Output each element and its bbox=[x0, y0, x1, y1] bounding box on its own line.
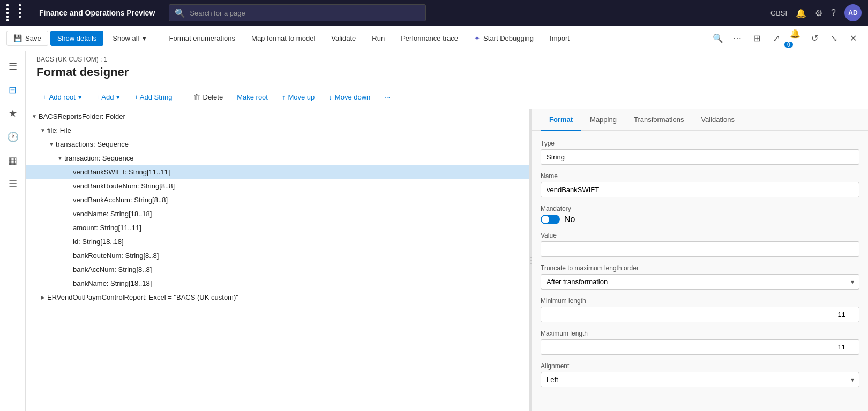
tree-item-label: BACSReportsFolder: Folder bbox=[39, 112, 525, 120]
start-debugging-button[interactable]: ✦ Start Debugging bbox=[467, 31, 541, 46]
map-format-to-model-button[interactable]: Map format to model bbox=[244, 31, 322, 46]
grid-icon[interactable] bbox=[6, 4, 29, 21]
app-title: Finance and Operations Preview bbox=[39, 9, 155, 17]
format-enumerations-button[interactable]: Format enumerations bbox=[162, 31, 243, 46]
content-split: ▼ BACSReportsFolder: Folder ▼ file: File… bbox=[26, 109, 868, 411]
tree-item-label: vendBankSWIFT: String[11..11] bbox=[73, 168, 525, 176]
sidebar-item-clock[interactable]: 🕐 bbox=[2, 126, 24, 148]
toggle-icon bbox=[64, 168, 73, 176]
tree-item-amount[interactable]: amount: String[11..11] bbox=[26, 220, 529, 234]
toggle-icon[interactable]: ▼ bbox=[30, 112, 39, 120]
user-avatar[interactable]: AD bbox=[844, 4, 862, 21]
tree-item-bankRouteNum[interactable]: bankRouteNum: String[8..8] bbox=[26, 248, 529, 262]
toolbar-right-icons: 🔍 ⋯ ⊞ ⤢ 🔔 0 ↺ ⤡ ✕ bbox=[709, 25, 862, 52]
toggle-icon[interactable]: ▶ bbox=[39, 293, 47, 301]
tab-validations[interactable]: Validations bbox=[692, 109, 743, 131]
truncate-select[interactable]: After transformation Before transformati… bbox=[541, 274, 859, 290]
sidebar-item-star[interactable]: ★ bbox=[2, 103, 24, 124]
toggle-icon bbox=[64, 209, 73, 218]
tree-item-bankAccNum[interactable]: bankAccNum: String[8..8] bbox=[26, 262, 529, 276]
min-length-input[interactable] bbox=[541, 307, 859, 322]
extension-icon[interactable]: ⤢ bbox=[767, 30, 784, 47]
tree-item-id[interactable]: id: String[18..18] bbox=[26, 234, 529, 248]
grid-view-icon[interactable]: ⊞ bbox=[748, 30, 765, 47]
tabs-bar: Format Mapping Transformations Validatio… bbox=[532, 109, 868, 131]
tree-item-vendName[interactable]: vendName: String[18..18] bbox=[26, 207, 529, 220]
add-button[interactable]: + Add ▾ bbox=[90, 90, 126, 104]
maximize-icon[interactable]: ⤡ bbox=[825, 30, 842, 47]
alignment-select[interactable]: Left Right Center bbox=[541, 372, 859, 387]
sidebar-item-list[interactable]: ☰ bbox=[2, 173, 24, 195]
action-bar: + Add root ▾ + Add ▾ + Add String 🗑 Dele… bbox=[26, 86, 868, 109]
alignment-label: Alignment bbox=[541, 362, 859, 370]
notification-badge: 0 bbox=[784, 42, 793, 48]
type-label: Type bbox=[541, 140, 859, 147]
truncate-select-wrapper: After transformation Before transformati… bbox=[541, 274, 859, 290]
more-button[interactable]: ··· bbox=[378, 90, 396, 104]
toggle-icon[interactable]: ▼ bbox=[39, 126, 47, 134]
toggle-icon[interactable]: ▼ bbox=[47, 140, 56, 148]
name-property: Name bbox=[541, 172, 859, 197]
sidebar-item-chart[interactable]: ▦ bbox=[2, 150, 24, 171]
truncate-label: Truncate to maximum length order bbox=[541, 264, 859, 272]
show-all-button[interactable]: Show all ▾ bbox=[106, 31, 153, 46]
tree-item-transactions[interactable]: ▼ transactions: Sequence bbox=[26, 137, 529, 151]
main-content: ☰ ⊟ ★ 🕐 ▦ ☰ BACS (UK CUSTOM) : 1 Format … bbox=[0, 51, 868, 411]
search-input[interactable] bbox=[190, 9, 420, 17]
value-property: Value bbox=[541, 232, 859, 257]
make-root-button[interactable]: Make root bbox=[231, 90, 274, 104]
show-details-button[interactable]: Show details bbox=[50, 31, 104, 46]
add-root-button[interactable]: + Add root ▾ bbox=[36, 90, 88, 104]
validate-button[interactable]: Validate bbox=[324, 31, 363, 46]
toggle-icon bbox=[64, 237, 73, 246]
tree-item-bacsreportsfolder[interactable]: ▼ BACSReportsFolder: Folder bbox=[26, 109, 529, 123]
refresh-icon[interactable]: ↺ bbox=[806, 30, 823, 47]
tab-mapping[interactable]: Mapping bbox=[581, 109, 625, 131]
breadcrumb: BACS (UK CUSTOM) : 1 bbox=[36, 56, 857, 63]
toggle-icon bbox=[64, 195, 73, 204]
tree-item-vendBankRouteNum[interactable]: vendBankRouteNum: String[8..8] bbox=[26, 179, 529, 193]
add-string-button[interactable]: + Add String bbox=[128, 90, 178, 104]
sidebar-item-menu[interactable]: ☰ bbox=[2, 56, 24, 77]
alert-icon[interactable]: 🔔 bbox=[787, 25, 804, 42]
plus-icon: + bbox=[42, 93, 47, 101]
tab-format[interactable]: Format bbox=[541, 109, 581, 131]
move-up-button[interactable]: ↑ Move up bbox=[276, 90, 320, 104]
tab-transformations[interactable]: Transformations bbox=[625, 109, 692, 131]
tree-item-label: bankRouteNum: String[8..8] bbox=[73, 252, 525, 260]
user-region: GBSI bbox=[770, 9, 787, 17]
tree-item-file[interactable]: ▼ file: File bbox=[26, 123, 529, 137]
tree-item-ervend[interactable]: ▶ ERVendOutPaymControlReport: Excel = "B… bbox=[26, 290, 529, 304]
tree-item-label: vendBankAccNum: String[8..8] bbox=[73, 196, 525, 204]
tree-item-transaction[interactable]: ▼ transaction: Sequence bbox=[26, 151, 529, 165]
name-input[interactable] bbox=[541, 182, 859, 197]
search-bar[interactable]: 🔍 bbox=[169, 4, 426, 21]
type-property: Type bbox=[541, 140, 859, 165]
notification-icon[interactable]: 🔔 bbox=[796, 8, 806, 18]
page-title: Format designer bbox=[26, 63, 868, 86]
save-button[interactable]: 💾 Save bbox=[6, 31, 48, 46]
value-label: Value bbox=[541, 232, 859, 239]
delete-button[interactable]: 🗑 Delete bbox=[188, 90, 229, 104]
sidebar-item-filter[interactable]: ⊟ bbox=[2, 79, 24, 101]
close-icon[interactable]: ✕ bbox=[844, 30, 862, 47]
tree-item-label: id: String[18..18] bbox=[73, 238, 525, 246]
tree-item-label: transactions: Sequence bbox=[56, 140, 525, 148]
breadcrumb-area: BACS (UK CUSTOM) : 1 bbox=[26, 51, 868, 63]
tree-item-vendbankswift[interactable]: vendBankSWIFT: String[11..11] bbox=[26, 165, 529, 179]
move-down-button[interactable]: ↓ Move down bbox=[323, 90, 376, 104]
import-button[interactable]: Import bbox=[543, 31, 577, 46]
search-toolbar-icon[interactable]: 🔍 bbox=[709, 30, 727, 47]
tree-item-vendBankAccNum[interactable]: vendBankAccNum: String[8..8] bbox=[26, 193, 529, 207]
max-length-input[interactable] bbox=[541, 339, 859, 355]
mandatory-toggle[interactable] bbox=[541, 215, 560, 224]
tree-item-bankName[interactable]: bankName: String[18..18] bbox=[26, 276, 529, 290]
toggle-icon[interactable]: ▼ bbox=[56, 154, 64, 162]
value-input[interactable] bbox=[541, 241, 859, 257]
performance-trace-button[interactable]: Performance trace bbox=[394, 31, 465, 46]
run-button[interactable]: Run bbox=[365, 31, 392, 46]
type-input[interactable] bbox=[541, 149, 859, 165]
more-options-icon[interactable]: ⋯ bbox=[729, 30, 746, 47]
settings-icon[interactable]: ⚙ bbox=[815, 8, 822, 18]
help-icon[interactable]: ? bbox=[831, 8, 836, 18]
